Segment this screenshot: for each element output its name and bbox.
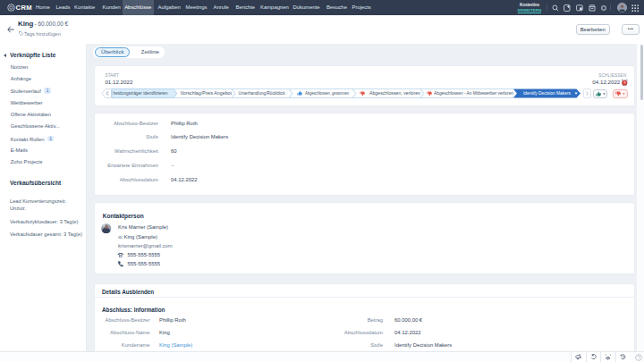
svg-text:Identify Decision Makers: Identify Decision Makers bbox=[523, 91, 571, 97]
svg-text:Abgeschlossen - An Mitbewerber: Abgeschlossen - An Mitbewerber verloren bbox=[434, 91, 513, 97]
svg-text:Vorschlag/Preis Angebot: Vorschlag/Preis Angebot bbox=[181, 91, 233, 97]
svg-text:Unterhandlung/Rückblick: Unterhandlung/Rückblick bbox=[239, 91, 285, 97]
svg-text:Abgeschlossen, gewonnen: Abgeschlossen, gewonnen bbox=[305, 91, 349, 97]
svg-text:Abgeschlossen, verloren: Abgeschlossen, verloren bbox=[369, 91, 420, 97]
svg-text:heidungsträger identifizieren: heidungsträger identifizieren bbox=[114, 91, 168, 97]
